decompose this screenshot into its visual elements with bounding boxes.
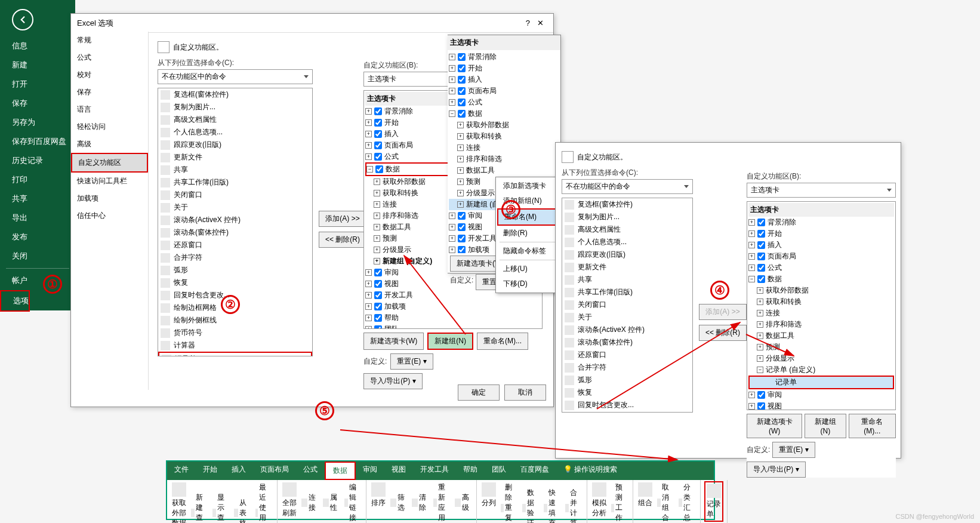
command-item[interactable]: 复选框(窗体控件) [562, 198, 692, 211]
choose-from-dropdown[interactable]: 不在功能区中的命令 [158, 69, 313, 84]
side-print[interactable]: 打印 [0, 170, 75, 189]
cat-proofing[interactable]: 校对 [71, 66, 148, 84]
command-item[interactable]: 恢复 [158, 276, 312, 289]
command-item[interactable]: 复选框(窗体控件) [158, 88, 312, 101]
command-item[interactable]: 计算器 [158, 339, 312, 352]
command-item[interactable]: 恢复 [562, 386, 692, 399]
tree-node[interactable]: +开始 [748, 228, 894, 239]
ribbon-tab[interactable]: 审阅 [356, 462, 384, 480]
command-item[interactable]: 绘制外侧框线 [158, 314, 312, 327]
ribbon-button[interactable]: 删除重复值 [500, 481, 519, 523]
commands-list-2[interactable]: 复选框(窗体控件)复制为图片...高级文档属性个人信息选项...跟踪更改(旧版)… [562, 198, 693, 413]
command-item[interactable]: 跟踪更改(旧版) [562, 248, 692, 261]
side-save[interactable]: 保存 [0, 94, 75, 113]
command-item[interactable]: 弧形 [562, 374, 692, 386]
tree-node[interactable]: +审阅 [748, 389, 894, 401]
command-item[interactable]: 弧形 [158, 264, 312, 276]
ribbon-tab[interactable]: 公式 [296, 462, 325, 480]
rename-button-2[interactable]: 重命名(M)... [849, 414, 896, 438]
ribbon-tab[interactable]: 插入 [224, 462, 253, 480]
commands-list[interactable]: 复选框(窗体控件)复制为图片...高级文档属性个人信息选项...跟踪更改(旧版)… [158, 88, 313, 356]
command-item[interactable]: 记录单... [158, 352, 312, 356]
remove-button-2[interactable]: << 删除(R) [699, 325, 747, 341]
tree-node[interactable]: +页面布局 [449, 85, 559, 97]
command-item[interactable]: 个人信息选项... [562, 236, 692, 248]
tree-node[interactable]: +公式 [449, 97, 559, 108]
tree-node[interactable]: +视图 [748, 401, 894, 410]
ribbon-button[interactable]: 取消组合 [656, 481, 675, 523]
command-item[interactable]: 合并字符 [158, 251, 312, 264]
command-item[interactable]: 共享 [562, 273, 692, 286]
ribbon-tab[interactable]: 文件 [167, 462, 196, 480]
ribbon-button[interactable]: 显示查询 [211, 481, 230, 523]
tree-node[interactable]: +插入 [748, 239, 894, 251]
reset-button[interactable]: 重置(E) ▾ [390, 353, 433, 370]
choose-from-dropdown-2[interactable]: 不在功能区中的命令 [562, 179, 693, 194]
command-item[interactable]: 合并字符 [562, 361, 692, 374]
tree-node[interactable]: +帮助 [365, 312, 541, 324]
command-item[interactable]: 回复时包含更改... [562, 399, 692, 411]
cat-ease[interactable]: 轻松访问 [71, 118, 148, 136]
reset-button-2[interactable]: 重置(E) ▾ [772, 442, 815, 458]
tree-node[interactable]: +获取和转换 [449, 131, 559, 142]
cancel-button[interactable]: 取消 [504, 384, 546, 401]
context-menu-item[interactable]: 隐藏命令标签 [497, 244, 559, 259]
command-item[interactable]: 共享 [158, 164, 312, 176]
command-item[interactable]: 关于 [562, 311, 692, 324]
cat-advanced[interactable]: 高级 [71, 136, 148, 153]
ribbon-tab[interactable]: 开始 [196, 462, 224, 480]
command-item[interactable]: 滚动条(窗体控件) [562, 336, 692, 349]
tree-node[interactable]: +连接 [748, 307, 894, 319]
side-export[interactable]: 导出 [0, 208, 75, 227]
ribbon-tab[interactable]: 页面布局 [253, 462, 296, 480]
context-menu-item[interactable]: 上移(U) [497, 262, 559, 276]
cat-addins[interactable]: 加载项 [71, 190, 148, 207]
command-item[interactable]: 更新文件 [158, 151, 312, 164]
ribbon-button[interactable]: 合并计算 [564, 481, 583, 523]
tree-node[interactable]: +获取外部数据 [748, 285, 894, 296]
tree-node[interactable]: +获取外部数据 [449, 119, 559, 131]
command-item[interactable]: 复制为图片... [158, 101, 312, 113]
ribbon-button[interactable]: 编辑链接 [343, 481, 362, 523]
command-item[interactable]: 跟踪更改(旧版) [158, 139, 312, 151]
side-options[interactable]: 选项 [0, 290, 30, 312]
tree-node[interactable]: +连接 [449, 142, 559, 153]
ribbon-tab[interactable]: 帮助 [456, 462, 485, 480]
side-new[interactable]: 新建 [0, 56, 75, 75]
side-baidu[interactable]: 保存到百度网盘 [0, 132, 75, 151]
tell-me[interactable]: 💡 操作说明搜索 [556, 462, 624, 480]
import-export-button[interactable]: 导入/导出(P) ▾ [363, 373, 423, 389]
ribbon-button[interactable]: 全部刷新 [281, 481, 298, 523]
dialog-titlebar[interactable]: Excel 选项 ? ✕ [71, 14, 553, 33]
tree-node[interactable]: −记录单 (自定义) [748, 364, 894, 376]
tree-node[interactable]: 记录单 [748, 376, 894, 389]
tree-node[interactable]: +插入 [449, 74, 559, 85]
cat-language[interactable]: 语言 [71, 101, 148, 118]
command-item[interactable]: 滚动条(窗体控件) [158, 226, 312, 239]
command-item[interactable]: 更新文件 [562, 261, 692, 273]
tree-node[interactable]: +公式 [748, 262, 894, 273]
command-item[interactable]: 还原窗口 [158, 239, 312, 251]
tree-node[interactable]: +排序和筛选 [748, 319, 894, 330]
ribbon-button[interactable]: 记录单 [704, 481, 723, 522]
side-publish[interactable]: 发布 [0, 227, 75, 247]
import-export-2[interactable]: 导入/导出(P) ▾ [747, 462, 806, 478]
context-menu-item[interactable]: 删除(R) [497, 226, 559, 241]
rename-button[interactable]: 重命名(M)... [477, 333, 528, 350]
ribbon-tab[interactable]: 开发工具 [413, 462, 456, 480]
cat-qat[interactable]: 快速访问工具栏 [71, 173, 148, 190]
tree-node[interactable]: +数据工具 [449, 165, 559, 176]
help-icon[interactable]: ? [522, 17, 534, 29]
command-item[interactable]: 绘制边框网格 [562, 411, 692, 413]
ribbon-button[interactable]: 预测工作表 [610, 481, 629, 523]
side-info[interactable]: 信息 [0, 36, 75, 56]
new-group-button-2[interactable]: 新建组(N) [805, 414, 846, 438]
command-item[interactable]: 货币符号 [158, 327, 312, 339]
context-menu-item[interactable]: 下移(D) [497, 276, 559, 291]
command-item[interactable]: 高级文档属性 [562, 223, 692, 236]
ribbon-button[interactable]: 新建查询 [190, 481, 209, 523]
ribbon-tab[interactable]: 视图 [384, 462, 413, 480]
context-menu-item[interactable]: 添加新选项卡 [497, 179, 559, 193]
tree-node[interactable]: +页面布局 [748, 251, 894, 262]
close-icon[interactable]: ✕ [534, 17, 547, 29]
